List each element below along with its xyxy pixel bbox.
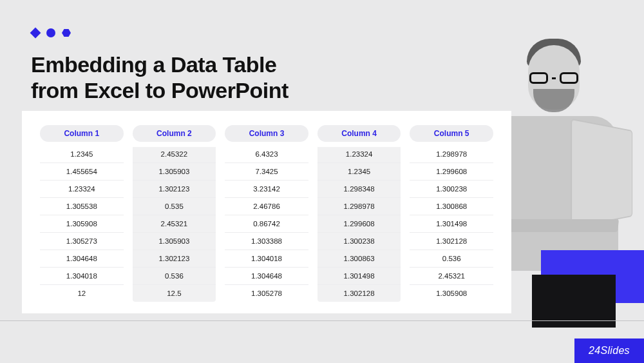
diamond-icon [30, 28, 41, 39]
table-cell: 1.303388 [225, 233, 308, 250]
table-cell: 1.305908 [410, 285, 493, 302]
laptop-icon [571, 118, 632, 228]
table-cell: 2.45321 [410, 268, 493, 285]
table-cell: 0.536 [410, 250, 493, 268]
table-cell: 2.45322 [133, 146, 216, 163]
table-cell: 1.305273 [40, 233, 124, 250]
brand-text: 24Slides [589, 345, 630, 357]
column-header: Column 3 [225, 125, 308, 142]
table-cell: 1.301498 [317, 268, 401, 285]
table-cell: 1.305538 [40, 198, 124, 215]
table-cell: 1.299608 [317, 215, 401, 233]
data-table-card: Column 11.23451.4556541.233241.3055381.3… [22, 111, 511, 313]
hexagon-icon [62, 28, 71, 37]
table-column: Column 41.233241.23451.2983481.2989781.2… [317, 125, 401, 302]
table-cell: 1.23324 [40, 181, 124, 198]
data-table: Column 11.23451.4556541.233241.3055381.3… [40, 125, 493, 302]
table-cell: 1.302123 [133, 181, 216, 198]
table-cell: 2.46786 [225, 198, 308, 215]
table-cell: 12 [40, 285, 124, 302]
glasses-icon [529, 72, 578, 84]
table-cell: 1.300238 [317, 233, 401, 250]
table-cell: 3.23142 [225, 181, 308, 198]
decor-block-dark [532, 275, 616, 328]
table-cell: 1.300868 [410, 198, 493, 215]
table-cell: 1.304648 [40, 250, 124, 268]
table-column: Column 36.43237.34253.231422.467860.8674… [225, 125, 308, 302]
table-cell: 0.536 [133, 268, 216, 285]
table-cell: 1.23324 [317, 146, 401, 163]
circle-icon [46, 28, 55, 37]
table-column: Column 51.2989781.2996081.3002381.300868… [410, 125, 493, 302]
divider [0, 320, 644, 321]
table-cell: 1.304648 [225, 268, 308, 285]
table-cell: 1.305278 [225, 285, 308, 302]
table-cell: 1.2345 [40, 146, 124, 163]
table-cell: 1.305908 [40, 215, 124, 233]
table-cell: 1.305903 [133, 233, 216, 250]
table-cell: 0.535 [133, 198, 216, 215]
table-cell: 7.3425 [225, 163, 308, 181]
page-title: Embedding a Data Table from Excel to Pow… [31, 52, 289, 103]
table-cell: 1.298348 [317, 181, 401, 198]
table-cell: 1.298978 [317, 198, 401, 215]
table-cell: 6.4323 [225, 146, 308, 163]
table-cell: 1.300238 [410, 181, 493, 198]
table-cell: 1.302128 [410, 233, 493, 250]
table-cell: 1.302123 [133, 250, 216, 268]
table-cell: 1.455654 [40, 163, 124, 181]
accent-shapes [31, 28, 71, 37]
table-column: Column 11.23451.4556541.233241.3055381.3… [40, 125, 124, 302]
table-cell: 1.301498 [410, 215, 493, 233]
column-header: Column 4 [317, 125, 401, 142]
table-cell: 1.298978 [410, 146, 493, 163]
brand-badge: 24Slides [574, 338, 644, 363]
table-cell: 1.302128 [317, 285, 401, 302]
table-cell: 1.300863 [317, 250, 401, 268]
table-column: Column 22.453221.3059031.3021230.5352.45… [133, 125, 216, 302]
table-cell: 2.45321 [133, 215, 216, 233]
table-cell: 0.86742 [225, 215, 308, 233]
table-cell: 1.304018 [40, 268, 124, 285]
table-cell: 12.5 [133, 285, 216, 302]
table-cell: 1.299608 [410, 163, 493, 181]
table-cell: 1.305903 [133, 163, 216, 181]
table-cell: 1.304018 [225, 250, 308, 268]
column-header: Column 2 [133, 125, 216, 142]
column-header: Column 5 [410, 125, 493, 142]
title-line-2: from Excel to PowerPoint [31, 78, 289, 103]
column-header: Column 1 [40, 125, 124, 142]
title-line-1: Embedding a Data Table [31, 52, 276, 77]
table-cell: 1.2345 [317, 163, 401, 181]
